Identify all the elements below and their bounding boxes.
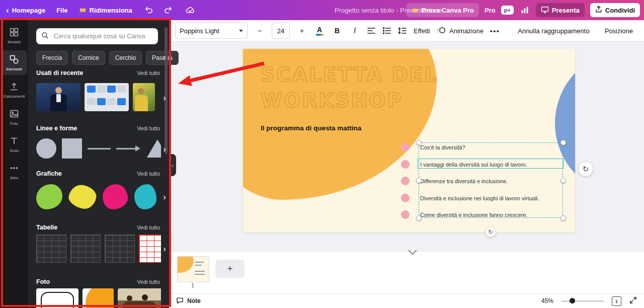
table-thumb-dark-3[interactable] — [105, 235, 135, 263]
selection-box[interactable] — [419, 142, 563, 218]
selection-handle-mid-left[interactable] — [416, 178, 422, 183]
sidebar-item-modelli[interactable]: Modelli — [1, 23, 27, 48]
present-button[interactable]: Presenta — [536, 3, 585, 17]
chip-cornice[interactable]: Cornice — [72, 51, 105, 65]
spacing-icon[interactable] — [398, 27, 407, 35]
shape-arrow[interactable] — [116, 145, 141, 151]
photo-thumb-orange[interactable] — [83, 288, 114, 308]
zoom-level[interactable]: 45% — [541, 297, 553, 304]
grid-view-button[interactable]: 1 — [612, 296, 621, 306]
panel-scrollbar[interactable] — [165, 27, 168, 154]
list-icon[interactable] — [382, 27, 391, 35]
text-color-button[interactable]: A — [314, 24, 325, 38]
section-title-tables: Tabelle — [36, 224, 57, 231]
effects-button[interactable]: Effetti — [414, 27, 430, 35]
tables-scroll-chevron-icon[interactable]: › — [163, 244, 166, 254]
font-select[interactable]: Poppins Light — [175, 23, 248, 39]
italic-button[interactable]: I — [349, 24, 360, 38]
notes-button[interactable]: Note — [176, 297, 201, 305]
list-bullet[interactable] — [401, 177, 410, 185]
sidebar-item-caricamenti[interactable]: Caricamenti — [1, 78, 27, 102]
graphic-blob-teal[interactable] — [134, 184, 156, 209]
add-page-button[interactable]: + — [215, 260, 245, 278]
see-all-recent[interactable]: Vedi tutto — [137, 70, 160, 76]
try-pro-button[interactable]: Prova Canva Pro — [407, 3, 479, 17]
panel-collapse-button[interactable]: ‹ — [169, 154, 176, 176]
photo-thumb-outline[interactable] — [36, 288, 78, 308]
resize-button[interactable]: Ridimensiona — [79, 6, 132, 14]
slide[interactable]: SCALETTA DEL WORKSHOP Il programma di qu… — [243, 49, 575, 233]
slide-title[interactable]: SCALETTA DEL WORKSHOP — [261, 62, 438, 113]
table-thumb-dark-2[interactable] — [70, 235, 101, 263]
homepage-button[interactable]: ‹ Homepage — [6, 6, 45, 15]
graphic-blob-yellow[interactable] — [67, 183, 98, 211]
zoom-slider-knob[interactable] — [570, 298, 575, 303]
share-button[interactable]: Condividi — [590, 3, 640, 17]
invite-members-button[interactable]: p+ — [501, 6, 514, 15]
text-toolbar: Poppins Light − 24 + A B I Effetti Anima… — [169, 20, 644, 42]
file-menu[interactable]: File — [56, 7, 67, 14]
photo-thumb-people[interactable] — [118, 288, 161, 308]
font-size-value[interactable]: 24 — [272, 23, 290, 39]
shape-line[interactable] — [88, 148, 111, 149]
chip-freccia[interactable]: Freccia — [36, 51, 68, 65]
slide-subtitle[interactable]: Il programma di questa mattina — [261, 124, 361, 132]
bold-button[interactable]: B — [332, 24, 343, 38]
table-thumb-dark-1[interactable] — [36, 235, 66, 263]
selection-handle-bottom-right[interactable] — [560, 215, 566, 221]
animation-button[interactable]: Animazione — [437, 26, 484, 36]
fullscreen-icon[interactable] — [629, 296, 637, 305]
selection-handle-top-right[interactable] — [560, 140, 566, 145]
pro-label[interactable]: Pro — [485, 7, 496, 14]
shape-triangle[interactable] — [147, 139, 161, 158]
redo-icon[interactable] — [163, 5, 174, 16]
list-bullet[interactable] — [401, 143, 410, 151]
table-thumb-red[interactable] — [139, 235, 161, 263]
filter-chips: Freccia Cornice Cerchio Pasqua — [36, 51, 179, 65]
slide-thumbnail-1[interactable] — [177, 256, 209, 282]
graphic-blob-magenta[interactable] — [103, 184, 128, 209]
search-bar[interactable] — [36, 28, 158, 44]
recent-thumb-person[interactable] — [133, 83, 155, 111]
position-button[interactable]: Posizione — [605, 27, 633, 35]
font-size-decrease-button[interactable]: − — [254, 24, 265, 38]
rotate-handle[interactable]: ↻ — [486, 227, 496, 237]
list-bullet[interactable] — [401, 194, 410, 202]
undo-icon[interactable] — [143, 5, 154, 16]
shape-circle[interactable] — [36, 138, 56, 159]
chip-cerchio[interactable]: Cerchio — [109, 51, 142, 65]
search-input[interactable] — [53, 32, 153, 40]
see-all-shapes[interactable]: Vedi tutto — [137, 125, 160, 131]
list-bullet[interactable] — [401, 160, 410, 169]
list-bullet[interactable] — [401, 210, 410, 219]
see-all-tables[interactable]: Vedi tutto — [137, 224, 160, 230]
ungroup-button[interactable]: Annulla raggruppamento — [518, 27, 589, 35]
zoom-slider[interactable] — [561, 300, 604, 302]
shapes-scroll-chevron-icon[interactable]: › — [163, 144, 166, 155]
selection-handle-mid-right[interactable] — [560, 178, 566, 183]
graphic-blob-green[interactable] — [36, 184, 62, 209]
sidebar-item-elementi[interactable]: Elementi — [1, 50, 27, 75]
shape-square[interactable] — [62, 138, 82, 159]
selection-handle-top-left[interactable] — [416, 140, 422, 145]
sidebar-item-testo[interactable]: Testo — [1, 132, 27, 157]
see-all-photos[interactable]: Vedi tutto — [137, 279, 160, 285]
graphics-scroll-chevron-icon[interactable]: › — [163, 192, 166, 202]
selection-handle-bottom-left[interactable] — [416, 215, 422, 221]
shuffle-element-button[interactable]: ↻ — [579, 162, 593, 176]
recent-scroll-chevron-icon[interactable]: › — [163, 93, 166, 103]
photos-row — [36, 288, 161, 308]
sidebar-item-altro[interactable]: Altro — [1, 159, 27, 184]
sidebar-item-foto[interactable]: Foto — [1, 105, 27, 129]
font-size-increase-button[interactable]: + — [296, 24, 307, 38]
recent-thumb-keyboard[interactable] — [85, 83, 129, 111]
recent-thumb-businessman[interactable] — [36, 83, 80, 111]
see-all-graphics[interactable]: Vedi tutto — [137, 171, 160, 177]
text-align-icon[interactable] — [367, 27, 376, 35]
chips-scroll-chevron-icon[interactable]: › — [163, 52, 166, 62]
chip-pasqua[interactable]: Pasqua — [146, 51, 179, 65]
cloud-saved-icon[interactable] — [185, 5, 196, 16]
more-options-button[interactable]: ••• — [490, 27, 500, 35]
insights-chart-icon[interactable] — [519, 5, 530, 16]
rotate-icon: ↻ — [488, 228, 493, 236]
